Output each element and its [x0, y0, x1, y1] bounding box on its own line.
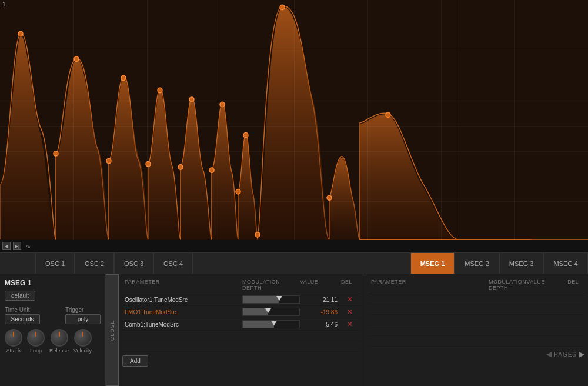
header-depth: MODULATION DEPTH: [242, 279, 300, 291]
mod-table-header: PARAMETER MODULATION DEPTH VALUE DEL: [122, 278, 361, 292]
mod-param-2[interactable]: FMO1:TuneModSrc: [125, 309, 242, 315]
attack-knob[interactable]: [5, 329, 22, 347]
grid-line-v2: [147, 0, 148, 240]
svg-point-0: [18, 31, 23, 36]
tab-mseg2[interactable]: MSEG 2: [455, 253, 499, 274]
ruler-controls: ◀ ▶| ∿: [2, 242, 31, 250]
trigger-label: Trigger: [65, 307, 101, 313]
waveform-title: 1: [2, 1, 6, 8]
right-header-value: VALUE: [526, 279, 567, 291]
grid-line-v5: [368, 0, 368, 240]
svg-point-11: [236, 189, 240, 194]
release-knob-container: Release: [49, 329, 69, 354]
pages-next-arrow[interactable]: ▶: [579, 350, 584, 358]
right-row-empty-4: [369, 325, 584, 336]
tab-osc2[interactable]: OSC 2: [75, 253, 114, 274]
svg-point-13: [255, 232, 260, 237]
grid-line-v7: [514, 0, 515, 240]
mod-depth-marker-3: [271, 321, 277, 325]
waveform-area: 1: [0, 0, 588, 253]
mod-depth-fill-3: [243, 321, 274, 328]
mod-del-btn-1[interactable]: ✕: [341, 295, 359, 304]
tab-spacer: [0, 253, 35, 274]
mod-row-2: FMO1:TuneModSrc -19.86 ✕: [122, 306, 361, 318]
tab-mseg3[interactable]: MSEG 3: [499, 253, 544, 274]
header-del: DEL: [341, 279, 359, 291]
loop-knob-container: Loop: [27, 329, 45, 354]
release-knob-label: Release: [49, 348, 69, 354]
tabs-bar: OSC 1 OSC 2 OSC 3 OSC 4 MSEG 1 MSEG 2 MS…: [0, 253, 588, 274]
right-header-param: PARAMETER: [371, 279, 489, 291]
right-row-empty-5: [369, 336, 584, 347]
loop-knob[interactable]: [27, 329, 45, 347]
add-button[interactable]: Add: [122, 355, 148, 367]
tab-osc1[interactable]: OSC 1: [35, 253, 75, 274]
svg-point-16: [386, 112, 390, 117]
right-header-del: DEL: [567, 279, 585, 291]
pages-label: PAGES: [554, 351, 577, 358]
tab-osc4[interactable]: OSC 4: [153, 253, 193, 274]
ruler-forward-btn[interactable]: ▶|: [13, 242, 21, 250]
sidebar-title: MSEG 1: [5, 279, 101, 287]
svg-point-14: [280, 5, 285, 9]
close-button[interactable]: CLOSE: [106, 274, 119, 386]
grid-line-v1: [74, 0, 74, 240]
pages-prev-arrow[interactable]: ◀: [546, 350, 552, 358]
time-unit-row: Time Unit Seconds Trigger poly: [5, 307, 101, 324]
mod-value-2: -19.86: [300, 309, 341, 315]
close-label: CLOSE: [109, 320, 115, 341]
right-row-empty-1: [369, 294, 584, 304]
svg-point-4: [121, 75, 126, 80]
mod-param-3[interactable]: Comb1:TuneModSrc: [125, 321, 242, 328]
mod-row-empty-2: [122, 341, 361, 352]
svg-point-2: [74, 56, 79, 61]
mod-value-3: 5.46: [300, 321, 341, 328]
tab-gap: [193, 253, 410, 274]
mod-depth-marker-1: [276, 296, 282, 301]
mod-depth-bar-1[interactable]: [242, 295, 300, 304]
pages-row: ◀ PAGES ▶: [369, 350, 584, 358]
trigger-group: Trigger poly: [65, 307, 101, 324]
knobs-row: Attack Loop Release Velocity: [5, 329, 101, 354]
loop-knob-label: Loop: [30, 348, 42, 354]
svg-point-3: [106, 158, 111, 163]
mod-depth-marker-2: [265, 308, 271, 313]
mod-depth-bar-2[interactable]: [242, 308, 300, 316]
mod-row-empty-1: [122, 331, 361, 341]
release-knob[interactable]: [51, 329, 68, 347]
header-value: VALUE: [300, 279, 341, 291]
right-table-header: PARAMETER MODULATION DEPTH VALUE DEL: [369, 278, 584, 292]
mod-del-btn-2[interactable]: ✕: [341, 308, 359, 316]
mod-row-1: Oscillator1:TuneModSrc 21.11 ✕: [122, 294, 361, 306]
ruler-back-btn[interactable]: ◀: [2, 242, 11, 250]
time-unit-group: Time Unit Seconds: [5, 307, 40, 324]
mod-param-1[interactable]: Oscillator1:TuneModSrc: [125, 297, 242, 303]
bottom-panel: MSEG 1 default Time Unit Seconds Trigger…: [0, 274, 588, 386]
grid-line-v3: [220, 0, 221, 240]
trigger-select[interactable]: poly: [65, 314, 101, 324]
mod-del-btn-3[interactable]: ✕: [341, 320, 359, 328]
grid-line-v6: [441, 0, 442, 240]
attack-knob-label: Attack: [6, 348, 21, 354]
grid-line-v4: [294, 0, 295, 240]
time-unit-select[interactable]: Seconds: [5, 314, 40, 324]
svg-point-1: [54, 151, 58, 156]
left-sidebar: MSEG 1 default Time Unit Seconds Trigger…: [0, 274, 106, 386]
ruler-wave-icon: ∿: [26, 243, 31, 249]
svg-point-12: [243, 132, 248, 137]
svg-point-15: [327, 195, 332, 200]
ruler: ◀ ▶| ∿: [0, 240, 588, 252]
tab-mseg4[interactable]: MSEG 4: [543, 253, 588, 274]
tab-osc3[interactable]: OSC 3: [114, 253, 153, 274]
mod-depth-bar-3[interactable]: [242, 320, 300, 328]
default-button[interactable]: default: [5, 291, 35, 301]
right-row-empty-2: [369, 304, 584, 315]
header-param: PARAMETER: [125, 279, 242, 291]
time-unit-label: Time Unit: [5, 307, 40, 313]
playhead-line: [459, 0, 459, 240]
velocity-knob[interactable]: [74, 329, 92, 347]
mod-value-1: 21.11: [300, 297, 341, 303]
svg-point-6: [158, 88, 162, 92]
velocity-knob-container: Velocity: [74, 329, 92, 354]
tab-mseg1[interactable]: MSEG 1: [410, 253, 455, 274]
